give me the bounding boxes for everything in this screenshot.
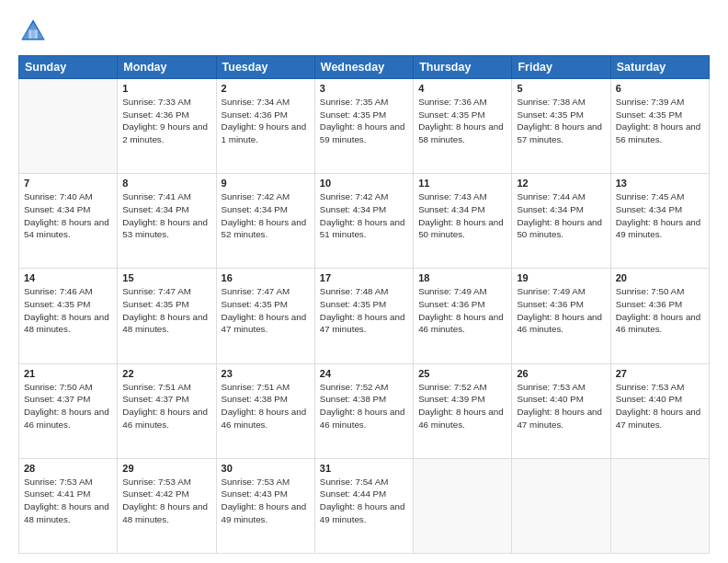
day-number: 4 — [418, 83, 506, 94]
day-info: Sunrise: 7:38 AMSunset: 4:35 PMDaylight:… — [517, 96, 605, 146]
calendar-cell: 1Sunrise: 7:33 AMSunset: 4:36 PMDaylight… — [118, 79, 216, 174]
day-info: Sunrise: 7:33 AMSunset: 4:36 PMDaylight:… — [122, 96, 210, 146]
calendar-cell: 19Sunrise: 7:49 AMSunset: 4:36 PMDayligh… — [512, 269, 610, 363]
day-info: Sunrise: 7:50 AMSunset: 4:36 PMDaylight:… — [616, 285, 704, 336]
calendar-cell: 11Sunrise: 7:43 AMSunset: 4:34 PMDayligh… — [414, 174, 512, 269]
day-info: Sunrise: 7:46 AMSunset: 4:35 PMDaylight:… — [24, 285, 112, 336]
svg-rect-2 — [28, 29, 38, 39]
day-info: Sunrise: 7:35 AMSunset: 4:35 PMDaylight:… — [320, 96, 408, 146]
calendar-cell: 29Sunrise: 7:53 AMSunset: 4:42 PMDayligh… — [118, 458, 216, 553]
calendar-cell: 24Sunrise: 7:52 AMSunset: 4:38 PMDayligh… — [314, 363, 413, 458]
logo-icon — [18, 17, 48, 46]
day-info: Sunrise: 7:34 AMSunset: 4:36 PMDaylight:… — [222, 96, 310, 146]
weekday-header: Monday — [118, 56, 216, 79]
weekday-header: Saturday — [610, 56, 709, 79]
weekday-header: Friday — [512, 56, 610, 79]
logo — [18, 17, 51, 46]
day-number: 16 — [222, 272, 310, 283]
day-number: 10 — [320, 178, 408, 189]
calendar-cell: 16Sunrise: 7:47 AMSunset: 4:35 PMDayligh… — [216, 269, 314, 363]
calendar-cell: 23Sunrise: 7:51 AMSunset: 4:38 PMDayligh… — [216, 363, 314, 458]
calendar-cell: 15Sunrise: 7:47 AMSunset: 4:35 PMDayligh… — [118, 269, 216, 363]
day-info: Sunrise: 7:49 AMSunset: 4:36 PMDaylight:… — [418, 285, 506, 336]
day-number: 20 — [616, 272, 704, 283]
page: SundayMondayTuesdayWednesdayThursdayFrid… — [0, 0, 728, 563]
calendar-week-row: 1Sunrise: 7:33 AMSunset: 4:36 PMDaylight… — [19, 79, 710, 174]
day-number: 31 — [320, 463, 408, 474]
calendar-cell — [19, 79, 118, 174]
calendar-cell: 26Sunrise: 7:53 AMSunset: 4:40 PMDayligh… — [512, 363, 610, 458]
calendar-cell: 31Sunrise: 7:54 AMSunset: 4:44 PMDayligh… — [314, 458, 413, 553]
day-number: 30 — [222, 463, 310, 474]
day-info: Sunrise: 7:51 AMSunset: 4:38 PMDaylight:… — [222, 381, 310, 431]
calendar-cell — [610, 458, 709, 553]
calendar-cell: 5Sunrise: 7:38 AMSunset: 4:35 PMDaylight… — [512, 79, 610, 174]
day-number: 13 — [616, 178, 704, 189]
calendar-week-row: 7Sunrise: 7:40 AMSunset: 4:34 PMDaylight… — [19, 174, 710, 269]
calendar-cell: 27Sunrise: 7:53 AMSunset: 4:40 PMDayligh… — [610, 363, 709, 458]
day-info: Sunrise: 7:50 AMSunset: 4:37 PMDaylight:… — [24, 381, 112, 431]
day-number: 9 — [222, 178, 310, 189]
calendar-cell — [512, 458, 610, 553]
weekday-header: Wednesday — [314, 56, 413, 79]
day-info: Sunrise: 7:52 AMSunset: 4:38 PMDaylight:… — [320, 381, 408, 431]
calendar-week-row: 14Sunrise: 7:46 AMSunset: 4:35 PMDayligh… — [19, 269, 710, 363]
day-number: 21 — [24, 368, 112, 379]
day-number: 25 — [418, 368, 506, 379]
day-number: 12 — [517, 178, 605, 189]
day-number: 17 — [320, 272, 408, 283]
day-number: 8 — [122, 178, 210, 189]
calendar-week-row: 21Sunrise: 7:50 AMSunset: 4:37 PMDayligh… — [19, 363, 710, 458]
header — [18, 17, 710, 46]
day-info: Sunrise: 7:52 AMSunset: 4:39 PMDaylight:… — [418, 381, 506, 431]
calendar-cell: 10Sunrise: 7:42 AMSunset: 4:34 PMDayligh… — [314, 174, 413, 269]
day-info: Sunrise: 7:54 AMSunset: 4:44 PMDaylight:… — [320, 476, 408, 526]
day-info: Sunrise: 7:42 AMSunset: 4:34 PMDaylight:… — [222, 190, 310, 241]
calendar-week-row: 28Sunrise: 7:53 AMSunset: 4:41 PMDayligh… — [19, 458, 710, 553]
day-info: Sunrise: 7:36 AMSunset: 4:35 PMDaylight:… — [418, 96, 506, 146]
day-info: Sunrise: 7:48 AMSunset: 4:35 PMDaylight:… — [320, 285, 408, 336]
calendar-cell: 17Sunrise: 7:48 AMSunset: 4:35 PMDayligh… — [314, 269, 413, 363]
weekday-header: Tuesday — [216, 56, 314, 79]
day-number: 11 — [418, 178, 506, 189]
day-number: 27 — [616, 368, 704, 379]
calendar-cell: 4Sunrise: 7:36 AMSunset: 4:35 PMDaylight… — [414, 79, 512, 174]
weekday-header: Sunday — [19, 56, 118, 79]
weekday-header: Thursday — [414, 56, 512, 79]
day-info: Sunrise: 7:53 AMSunset: 4:40 PMDaylight:… — [616, 381, 704, 431]
calendar-cell: 7Sunrise: 7:40 AMSunset: 4:34 PMDaylight… — [19, 174, 118, 269]
day-number: 1 — [122, 83, 210, 94]
calendar-cell: 20Sunrise: 7:50 AMSunset: 4:36 PMDayligh… — [610, 269, 709, 363]
day-number: 6 — [616, 83, 704, 94]
day-number: 23 — [222, 368, 310, 379]
day-number: 7 — [24, 178, 112, 189]
day-info: Sunrise: 7:53 AMSunset: 4:43 PMDaylight:… — [222, 476, 310, 526]
day-info: Sunrise: 7:49 AMSunset: 4:36 PMDaylight:… — [517, 285, 605, 336]
day-number: 22 — [122, 368, 210, 379]
calendar-header-row: SundayMondayTuesdayWednesdayThursdayFrid… — [19, 56, 710, 79]
day-info: Sunrise: 7:40 AMSunset: 4:34 PMDaylight:… — [24, 190, 112, 241]
day-number: 18 — [418, 272, 506, 283]
calendar-cell: 18Sunrise: 7:49 AMSunset: 4:36 PMDayligh… — [414, 269, 512, 363]
day-number: 2 — [222, 83, 310, 94]
calendar-cell: 8Sunrise: 7:41 AMSunset: 4:34 PMDaylight… — [118, 174, 216, 269]
calendar-cell: 6Sunrise: 7:39 AMSunset: 4:35 PMDaylight… — [610, 79, 709, 174]
calendar-table: SundayMondayTuesdayWednesdayThursdayFrid… — [18, 55, 710, 554]
day-info: Sunrise: 7:51 AMSunset: 4:37 PMDaylight:… — [122, 381, 210, 431]
day-number: 19 — [517, 272, 605, 283]
day-number: 28 — [24, 463, 112, 474]
day-info: Sunrise: 7:39 AMSunset: 4:35 PMDaylight:… — [616, 96, 704, 146]
day-info: Sunrise: 7:47 AMSunset: 4:35 PMDaylight:… — [222, 285, 310, 336]
calendar-cell: 30Sunrise: 7:53 AMSunset: 4:43 PMDayligh… — [216, 458, 314, 553]
day-number: 14 — [24, 272, 112, 283]
calendar-cell: 13Sunrise: 7:45 AMSunset: 4:34 PMDayligh… — [610, 174, 709, 269]
day-info: Sunrise: 7:53 AMSunset: 4:41 PMDaylight:… — [24, 476, 112, 526]
calendar-cell: 12Sunrise: 7:44 AMSunset: 4:34 PMDayligh… — [512, 174, 610, 269]
day-info: Sunrise: 7:43 AMSunset: 4:34 PMDaylight:… — [418, 190, 506, 241]
calendar-cell: 14Sunrise: 7:46 AMSunset: 4:35 PMDayligh… — [19, 269, 118, 363]
day-number: 3 — [320, 83, 408, 94]
calendar-cell: 28Sunrise: 7:53 AMSunset: 4:41 PMDayligh… — [19, 458, 118, 553]
calendar-cell: 3Sunrise: 7:35 AMSunset: 4:35 PMDaylight… — [314, 79, 413, 174]
day-number: 5 — [517, 83, 605, 94]
day-info: Sunrise: 7:42 AMSunset: 4:34 PMDaylight:… — [320, 190, 408, 241]
